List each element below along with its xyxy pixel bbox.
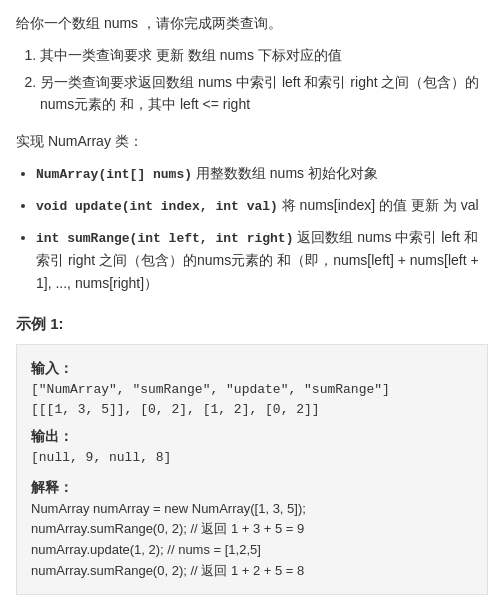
output-label: 输出： [31,425,473,447]
bullet-desc-2: 将 nums[index] 的值 更新 为 val [278,197,479,213]
bullet-item-1: NumArray(int[] nums) 用整数数组 nums 初始化对象 [36,162,488,186]
output-value: [null, 9, null, 8] [31,448,473,469]
input-line1: ["NumArray", "sumRange", "update", "sumR… [31,380,473,401]
example-section: 示例 1: 输入： ["NumArray", "sumRange", "upda… [16,312,488,595]
example-title: 示例 1: [16,312,488,336]
explain-line-1: NumArray numArray = new NumArray([1, 3, … [31,499,473,520]
bullet-list: NumArray(int[] nums) 用整数数组 nums 初始化对象 vo… [36,162,488,294]
implement-title: 实现 NumArray 类： [16,130,488,152]
intro-list: 其中一类查询要求 更新 数组 nums 下标对应的值 另一类查询要求返回数组 n… [40,44,488,115]
intro-line: 给你一个数组 nums ，请你完成两类查询。 [16,12,488,34]
bullet-item-3: int sumRange(int left, int right) 返回数组 n… [36,226,488,295]
explain-label: 解释： [31,476,473,498]
bullet-code-1: NumArray(int[] nums) [36,167,192,182]
explain-line-3: numArray.update(1, 2); // nums = [1,2,5] [31,540,473,561]
bullet-code-2: void update(int index, int val) [36,199,278,214]
bullet-item-2: void update(int index, int val) 将 nums[i… [36,194,488,218]
input-label: 输入： [31,357,473,379]
explain-line-2: numArray.sumRange(0, 2); // 返回 1 + 3 + 5… [31,519,473,540]
explain-line-4: numArray.sumRange(0, 2); // 返回 1 + 2 + 5… [31,561,473,582]
bullet-desc-1: 用整数数组 nums 初始化对象 [192,165,378,181]
bullet-code-3: int sumRange(int left, int right) [36,231,293,246]
intro-list-item-2: 另一类查询要求返回数组 nums 中索引 left 和索引 right 之间（包… [40,71,488,116]
example-box: 输入： ["NumArray", "sumRange", "update", "… [16,344,488,595]
input-line2: [[[1, 3, 5]], [0, 2], [1, 2], [0, 2]] [31,400,473,421]
intro-list-item-1: 其中一类查询要求 更新 数组 nums 下标对应的值 [40,44,488,66]
